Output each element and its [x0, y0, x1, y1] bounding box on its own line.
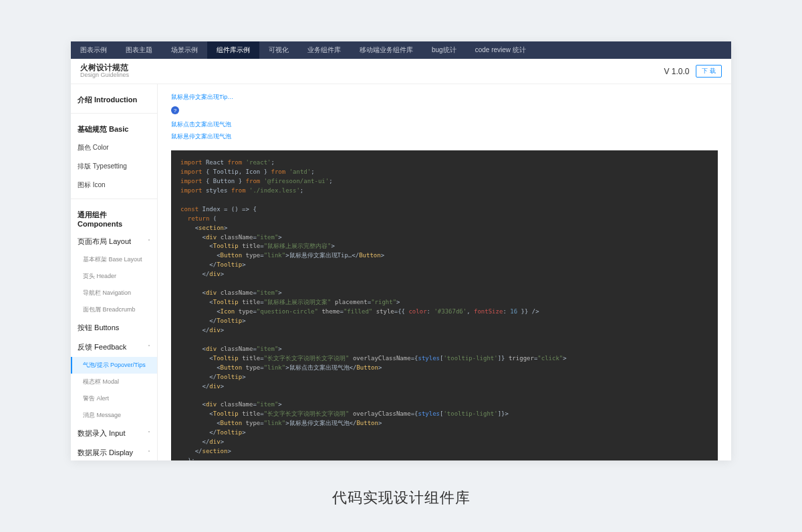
demo-links: 鼠标悬停文案出现Tip… ? 鼠标点击文案出现气泡 鼠标悬停文案出现气泡: [171, 92, 718, 141]
chevron-down-icon: ˅: [148, 450, 150, 456]
sidebar-item-input-label: 数据录入 Input: [78, 428, 126, 438]
content-area: 鼠标悬停文案出现Tip… ? 鼠标点击文案出现气泡 鼠标悬停文案出现气泡 imp…: [158, 84, 731, 460]
sidebar-item-navigation[interactable]: 导航栏 Navigation: [71, 285, 157, 301]
demo-link-hover-bubble[interactable]: 鼠标悬停文案出现气泡: [171, 132, 231, 141]
sidebar-item-base-layout[interactable]: 基本框架 Base Layout: [71, 251, 157, 268]
sidebar-section-basic: 基础规范 Basic: [71, 118, 157, 138]
chevron-down-icon: ˅: [148, 430, 150, 436]
sidebar-item-icon[interactable]: 图标 Icon: [71, 176, 157, 194]
sidebar-item-input[interactable]: 数据录入 Input ˅: [71, 424, 157, 443]
code-block[interactable]: import React from 'react'; import { Tool…: [171, 150, 718, 460]
sidebar-item-feedback-label: 反馈 Feedback: [78, 342, 126, 352]
sidebar-item-feedback[interactable]: 反馈 Feedback ˄: [71, 338, 157, 357]
tab-biz-components[interactable]: 业务组件库: [298, 41, 350, 59]
chevron-up-icon: ˄: [148, 239, 150, 245]
question-circle-icon[interactable]: ?: [171, 106, 179, 114]
version-label: V 1.0.0: [664, 67, 689, 76]
tab-scene-examples[interactable]: 场景示例: [162, 41, 207, 59]
sidebar: 介绍 Introduction 基础规范 Basic 颜色 Color 排版 T…: [71, 84, 158, 460]
tab-visualization[interactable]: 可视化: [259, 41, 298, 59]
tab-chart-examples[interactable]: 图表示例: [71, 41, 116, 59]
demo-link-click-bubble[interactable]: 鼠标点击文案出现气泡: [171, 120, 231, 129]
sidebar-item-header[interactable]: 页头 Header: [71, 268, 157, 285]
demo-link-hover-tip[interactable]: 鼠标悬停文案出现Tip…: [171, 93, 233, 102]
top-nav: 图表示例 图表主题 场景示例 组件库示例 可视化 业务组件库 移动端业务组件库 …: [71, 41, 731, 59]
tab-component-library[interactable]: 组件库示例: [207, 41, 259, 59]
sidebar-item-layout[interactable]: 页面布局 Layout ˄: [71, 232, 157, 251]
sidebar-item-modal[interactable]: 模态框 Modal: [71, 374, 157, 390]
sidebar-section-components: 通用组件 Components: [71, 203, 157, 232]
chevron-up-icon: ˄: [148, 344, 150, 350]
tab-mobile-biz-components[interactable]: 移动端业务组件库: [350, 41, 422, 59]
sidebar-item-color[interactable]: 颜色 Color: [71, 138, 157, 157]
sidebar-section-intro[interactable]: 介绍 Introduction: [71, 88, 157, 109]
download-button[interactable]: 下 载: [696, 65, 722, 78]
sidebar-item-typesetting[interactable]: 排版 Typesetting: [71, 157, 157, 176]
sidebar-item-breadcrumb[interactable]: 面包屑 Breadcrumb: [71, 301, 157, 318]
sidebar-item-display-label: 数据展示 Display: [78, 448, 133, 458]
tab-bug-stats[interactable]: bug统计: [422, 41, 466, 59]
tab-codereview-stats[interactable]: code review 统计: [466, 41, 535, 59]
sidebar-item-layout-label: 页面布局 Layout: [78, 237, 131, 247]
sub-header: 火树设计规范 Design Guidelines V 1.0.0 下 载: [71, 59, 731, 84]
sidebar-item-message[interactable]: 消息 Message: [71, 407, 157, 424]
brand-title-en: Design Guidelines: [80, 72, 129, 79]
tab-chart-themes[interactable]: 图表主题: [116, 41, 162, 59]
sidebar-item-alert[interactable]: 警告 Alert: [71, 390, 157, 407]
sidebar-item-display[interactable]: 数据展示 Display ˅: [71, 443, 157, 460]
page-caption: 代码实现设计组件库: [0, 488, 802, 508]
sidebar-item-buttons[interactable]: 按钮 Buttons: [71, 318, 157, 338]
brand: 火树设计规范 Design Guidelines: [80, 63, 129, 79]
app-window: 图表示例 图表主题 场景示例 组件库示例 可视化 业务组件库 移动端业务组件库 …: [71, 41, 731, 460]
sidebar-item-popover-tips[interactable]: 气泡/提示 Popover/Tips: [71, 357, 157, 374]
